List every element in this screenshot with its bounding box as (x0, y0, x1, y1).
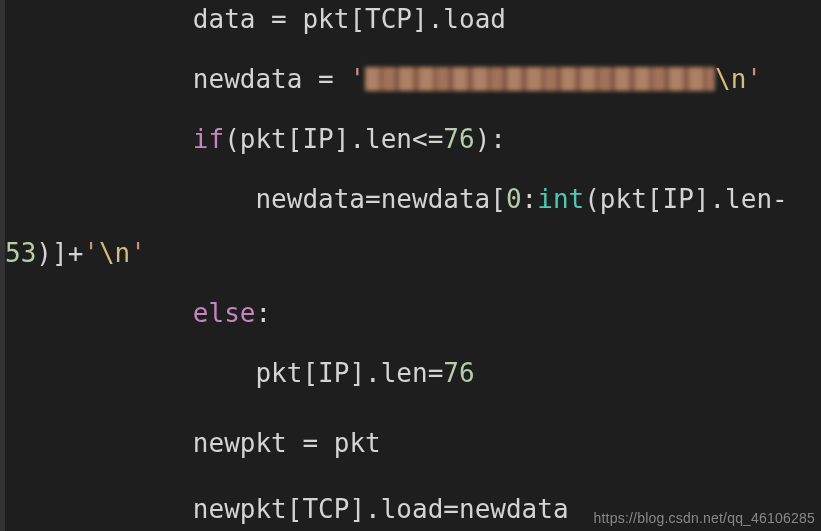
code-line: else: (5, 300, 271, 326)
code-block: data = pkt[TCP].load newdata = '\n' if(p… (0, 0, 821, 531)
code-line: pkt[IP].len=76 (5, 360, 475, 386)
code-line-wrap: 53)]+'\n' (5, 240, 146, 266)
code-line: newdata=newdata[0:int(pkt[IP].len- (5, 186, 788, 212)
watermark: https://blog.csdn.net/qq_46106285 (594, 511, 815, 525)
redacted-string-icon (365, 67, 715, 91)
code-line: data = pkt[TCP].load (5, 6, 506, 32)
code-line: newpkt = pkt (5, 430, 381, 456)
code-line: newdata = '\n' (5, 66, 762, 92)
code-line: newpkt[TCP].load=newdata (5, 496, 569, 522)
code-line: if(pkt[IP].len<=76): (5, 126, 506, 152)
